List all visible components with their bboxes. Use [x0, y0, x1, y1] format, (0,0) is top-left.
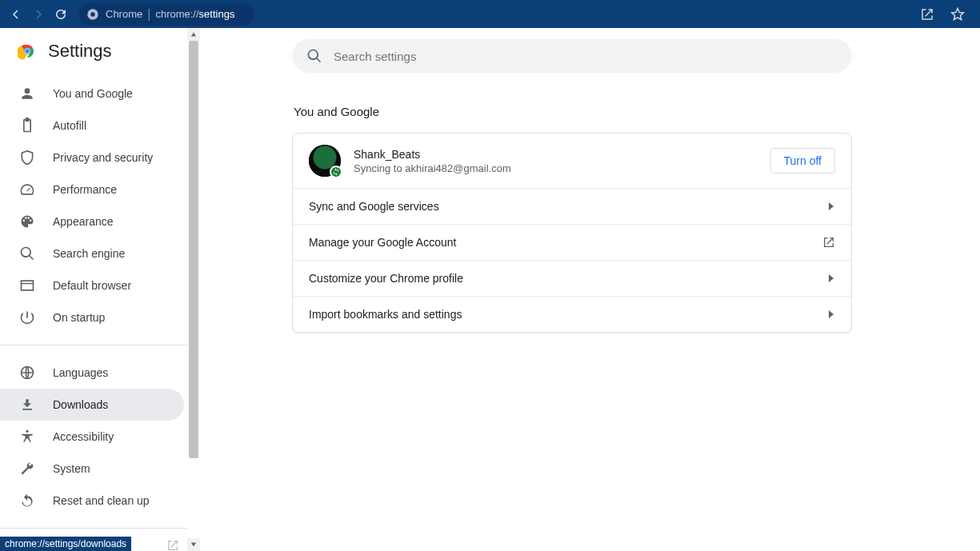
sync-badge-icon — [330, 166, 342, 178]
window-icon — [19, 277, 35, 293]
sidebar-item-label: Accessibility — [53, 430, 114, 443]
sidebar-item-on-startup[interactable]: On startup — [0, 301, 184, 333]
palette-icon — [19, 214, 35, 230]
sidebar-item-label: Reset and clean up — [53, 494, 150, 507]
sidebar-item-performance[interactable]: Performance — [0, 174, 184, 206]
bookmark-star-button[interactable] — [946, 3, 969, 26]
row-sync-services[interactable]: Sync and Google services — [293, 188, 851, 224]
profile-name: Shank_Beats — [354, 148, 758, 161]
avatar — [309, 145, 341, 177]
profile-row: Shank_Beats Syncing to akhirai482@gmail.… — [293, 134, 851, 188]
sidebar-item-label: Appearance — [53, 215, 114, 228]
url-app-label: Chrome — [106, 8, 142, 20]
sidebar-item-search-engine[interactable]: Search engine — [0, 238, 184, 270]
person-icon — [19, 86, 35, 102]
sidebar-item-label: You and Google — [53, 87, 133, 100]
settings-header: Settings — [0, 28, 200, 74]
main-panel: You and Google Shank_Beats Syncing to ak… — [200, 28, 980, 551]
power-icon — [19, 309, 35, 325]
sidebar-item-label: Performance — [53, 183, 117, 196]
svg-point-6 — [26, 430, 28, 433]
row-label: Sync and Google services — [309, 200, 827, 213]
sidebar-item-reset[interactable]: Reset and clean up — [0, 485, 184, 517]
browser-toolbar: Chrome | chrome://settings — [0, 0, 980, 28]
sidebar-item-label: Privacy and security — [53, 151, 153, 164]
row-label: Import bookmarks and settings — [309, 308, 827, 321]
sidebar-divider — [0, 345, 200, 345]
sidebar-item-privacy[interactable]: Privacy and security — [0, 142, 184, 174]
search-icon — [19, 246, 35, 262]
chevron-right-icon — [827, 310, 835, 318]
row-label: Customize your Chrome profile — [309, 272, 827, 285]
clipboard-icon — [19, 118, 35, 134]
address-bar[interactable]: Chrome | chrome://settings — [78, 3, 254, 26]
settings-sidebar: Settings You and Google Autofill Privacy… — [0, 28, 200, 551]
sidebar-item-label: Default browser — [53, 279, 131, 292]
sidebar-item-you-and-google[interactable]: You and Google — [0, 78, 184, 110]
row-label: Manage your Google Account — [309, 236, 822, 249]
url-separator: | — [147, 7, 150, 22]
scrollbar-thumb[interactable] — [189, 41, 198, 458]
sidebar-item-accessibility[interactable]: Accessibility — [0, 421, 184, 453]
row-customize-profile[interactable]: Customize your Chrome profile — [293, 260, 851, 296]
sidebar-item-label: Autofill — [53, 119, 86, 132]
sidebar-item-system[interactable]: System — [0, 453, 184, 485]
sidebar-item-label: Search engine — [53, 247, 125, 260]
restore-icon — [19, 493, 35, 509]
profile-sync-status: Syncing to akhirai482@gmail.com — [354, 162, 758, 174]
section-title: You and Google — [294, 105, 852, 118]
open-external-icon — [822, 236, 835, 249]
svg-point-1 — [90, 12, 94, 16]
scrollbar-track[interactable] — [187, 41, 200, 538]
reload-button[interactable] — [50, 3, 72, 26]
page-title: Settings — [48, 41, 112, 62]
shield-icon — [19, 150, 35, 166]
scrollbar-down-button[interactable] — [187, 538, 200, 551]
settings-search[interactable] — [292, 39, 852, 73]
sidebar-item-label: Languages — [53, 366, 108, 379]
scrollbar-up-button[interactable] — [187, 28, 200, 41]
sidebar-scrollbar[interactable] — [187, 28, 200, 551]
forward-button[interactable] — [27, 3, 50, 26]
settings-search-input[interactable] — [334, 50, 838, 63]
row-manage-account[interactable]: Manage your Google Account — [293, 224, 851, 260]
sidebar-item-label: On startup — [53, 311, 105, 324]
speedometer-icon — [19, 182, 35, 198]
status-bar: chrome://settings/downloads — [0, 537, 131, 551]
sidebar-item-appearance[interactable]: Appearance — [0, 206, 184, 238]
sidebar-divider — [0, 528, 200, 529]
turn-off-sync-button[interactable]: Turn off — [770, 148, 835, 174]
sidebar-item-label: Downloads — [53, 398, 108, 411]
back-button[interactable] — [5, 3, 27, 26]
chevron-right-icon — [827, 202, 835, 210]
globe-icon — [19, 365, 35, 381]
chrome-logo-icon — [18, 42, 37, 61]
share-button[interactable] — [916, 3, 938, 26]
sidebar-item-languages[interactable]: Languages — [0, 357, 184, 389]
sidebar-item-autofill[interactable]: Autofill — [0, 110, 184, 142]
download-icon — [19, 397, 35, 413]
url-page: settings — [199, 8, 235, 20]
chrome-icon — [86, 8, 99, 21]
wrench-icon — [19, 461, 35, 477]
url-prefix: chrome:// — [155, 8, 198, 20]
sidebar-item-label: System — [53, 462, 90, 475]
accessibility-icon — [19, 429, 35, 445]
chevron-right-icon — [827, 274, 835, 282]
sidebar-item-default-browser[interactable]: Default browser — [0, 270, 184, 301]
search-icon — [306, 48, 322, 64]
open-external-icon — [166, 540, 179, 551]
row-import-bookmarks[interactable]: Import bookmarks and settings — [293, 296, 851, 332]
sidebar-item-downloads[interactable]: Downloads — [0, 389, 184, 421]
you-and-google-card: Shank_Beats Syncing to akhirai482@gmail.… — [292, 133, 852, 333]
